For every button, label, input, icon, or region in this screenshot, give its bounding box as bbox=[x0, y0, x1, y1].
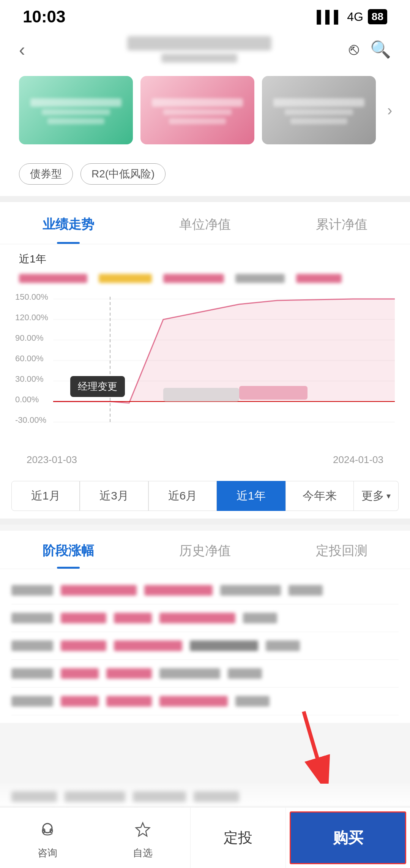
nav-actions: ⎋ 🔍 bbox=[349, 40, 391, 59]
table-cell-1-4 bbox=[159, 613, 235, 623]
consult-label: 咨询 bbox=[38, 846, 57, 860]
chart-svg-wrapper: 150.00% 120.00% 90.00% 60.00% 30.00% 0.0… bbox=[11, 289, 399, 450]
status-icons: ▌▌▌ 4G 88 bbox=[317, 9, 387, 24]
chart-period-label: 近1年 bbox=[11, 252, 399, 266]
table-cell-3-5 bbox=[228, 668, 262, 679]
time-btn-1year[interactable]: 近1年 bbox=[217, 481, 285, 511]
signal-icon: ▌▌▌ bbox=[317, 10, 342, 24]
legend-item-1 bbox=[19, 274, 87, 283]
card-blur-small5 bbox=[285, 109, 353, 115]
sub-tab-dingTou-backtest[interactable]: 定投回测 bbox=[273, 531, 410, 569]
section-divider-1 bbox=[0, 196, 410, 202]
table-cell-1-5 bbox=[243, 613, 277, 623]
table-cell-2-2 bbox=[61, 640, 106, 651]
manager-change-label: 经理变更 bbox=[70, 376, 125, 397]
carousel-next-icon[interactable]: › bbox=[383, 98, 396, 123]
tag-risk-level[interactable]: R2(中低风险) bbox=[80, 163, 166, 185]
svg-text:-30.00%: -30.00% bbox=[15, 415, 46, 425]
table-cell-4-5 bbox=[235, 696, 270, 707]
svg-text:90.00%: 90.00% bbox=[15, 333, 44, 343]
consult-icon bbox=[34, 816, 61, 843]
nav-btn-buy[interactable]: 购买 bbox=[290, 811, 406, 864]
table-header-cell-3 bbox=[144, 585, 213, 596]
svg-rect-18 bbox=[239, 386, 308, 400]
red-arrow-overlay bbox=[0, 708, 410, 784]
chevron-down-icon: ▾ bbox=[386, 491, 391, 501]
nav-item-consult[interactable]: 咨询 bbox=[0, 808, 95, 868]
nav-btn-dingtou[interactable]: 定投 bbox=[190, 808, 286, 868]
fade-cell-4 bbox=[194, 791, 239, 802]
nav-item-favorites[interactable]: 自选 bbox=[95, 808, 190, 868]
svg-marker-23 bbox=[136, 823, 150, 836]
favorites-icon bbox=[129, 816, 156, 843]
time-btn-6month[interactable]: 近6月 bbox=[148, 481, 217, 511]
svg-point-20 bbox=[43, 824, 52, 833]
card-blur-small2 bbox=[47, 118, 104, 124]
time-btn-ytd[interactable]: 今年来 bbox=[285, 481, 354, 511]
table-cell-4-3 bbox=[106, 696, 152, 707]
tag-bond-type[interactable]: 债券型 bbox=[19, 163, 73, 185]
fund-card-1[interactable] bbox=[19, 76, 133, 144]
tab-unit-nav[interactable]: 单位净值 bbox=[137, 202, 273, 244]
svg-text:0.00%: 0.00% bbox=[15, 395, 39, 404]
time-btn-3month[interactable]: 近3月 bbox=[80, 481, 148, 511]
card-blur-line3 bbox=[273, 98, 364, 107]
table-cell-1-1 bbox=[11, 613, 53, 623]
sub-tabs-row: 阶段涨幅 历史净值 定投回测 bbox=[0, 531, 410, 569]
card-blur-line2 bbox=[152, 98, 243, 107]
time-filter-row: 近1月 近3月 近6月 近1年 今年来 更多 ▾ bbox=[0, 473, 410, 519]
card-blur-small3 bbox=[163, 109, 232, 115]
fund-card-2[interactable] bbox=[140, 76, 254, 144]
chart-date-start: 2023-01-03 bbox=[27, 454, 77, 466]
bottom-nav: 咨询 自选 定投 购买 bbox=[0, 807, 410, 868]
fund-subtitle-blur bbox=[161, 54, 237, 63]
fund-cards-carousel: › bbox=[0, 68, 410, 156]
table-cell-2-3 bbox=[114, 640, 182, 651]
table-cell-4-1 bbox=[11, 696, 53, 707]
chart-area: 近1年 150.00% 120.00% 90.00% 60.00% 30.00%… bbox=[0, 244, 410, 473]
table-header-cell-2 bbox=[61, 585, 137, 596]
time-btn-1month[interactable]: 近1月 bbox=[11, 481, 80, 511]
bottom-fade-row bbox=[0, 784, 410, 806]
sub-tab-stage-gain[interactable]: 阶段涨幅 bbox=[0, 531, 137, 569]
sub-tab-history-nav[interactable]: 历史净值 bbox=[137, 531, 273, 569]
table-header-cell-4 bbox=[220, 585, 281, 596]
performance-chart: 150.00% 120.00% 90.00% 60.00% 30.00% 0.0… bbox=[11, 289, 399, 449]
table-cell-2-4 bbox=[190, 640, 258, 651]
table-cell-1-3 bbox=[114, 613, 152, 623]
fund-title-blur bbox=[127, 36, 271, 51]
main-tabs-container: 业绩走势 单位净值 累计净值 近1年 150.00% 120.00% 90.00… bbox=[0, 202, 410, 519]
svg-text:60.00%: 60.00% bbox=[15, 354, 44, 363]
tab-cumulative-nav[interactable]: 累计净值 bbox=[273, 202, 410, 244]
search-icon[interactable]: 🔍 bbox=[370, 40, 391, 59]
fade-cell-1 bbox=[11, 791, 57, 802]
table-cell-1-2 bbox=[61, 613, 106, 623]
table-cell-2-1 bbox=[11, 640, 53, 651]
card-blur-small4 bbox=[169, 118, 226, 124]
table-header-cell-5 bbox=[289, 585, 323, 596]
data-table bbox=[0, 569, 410, 723]
table-cell-3-4 bbox=[159, 668, 220, 679]
table-cell-4-2 bbox=[61, 696, 99, 707]
top-nav: ‹ ⎋ 🔍 bbox=[0, 30, 410, 68]
status-time: 10:03 bbox=[23, 7, 66, 26]
table-row-2 bbox=[11, 632, 399, 660]
chart-date-end: 2024-01-03 bbox=[333, 454, 383, 466]
svg-text:30.00%: 30.00% bbox=[15, 374, 44, 384]
nav-title-area bbox=[49, 36, 349, 63]
legend-item-2 bbox=[99, 274, 152, 283]
time-btn-more[interactable]: 更多 ▾ bbox=[354, 481, 399, 511]
legend-item-3 bbox=[163, 274, 224, 283]
fund-card-3[interactable] bbox=[262, 76, 376, 144]
favorites-label: 自选 bbox=[133, 846, 153, 860]
main-tabs-row: 业绩走势 单位净值 累计净值 bbox=[0, 202, 410, 244]
legend-item-5 bbox=[296, 274, 342, 283]
red-arrow-svg bbox=[281, 708, 334, 784]
share-icon[interactable]: ⎋ bbox=[349, 40, 359, 59]
tab-performance-trend[interactable]: 业绩走势 bbox=[0, 202, 137, 244]
back-button[interactable]: ‹ bbox=[19, 39, 49, 60]
table-cell-2-5 bbox=[266, 640, 300, 651]
legend-item-4 bbox=[235, 274, 285, 283]
battery-indicator: 88 bbox=[368, 9, 387, 24]
svg-text:150.00%: 150.00% bbox=[15, 292, 48, 302]
